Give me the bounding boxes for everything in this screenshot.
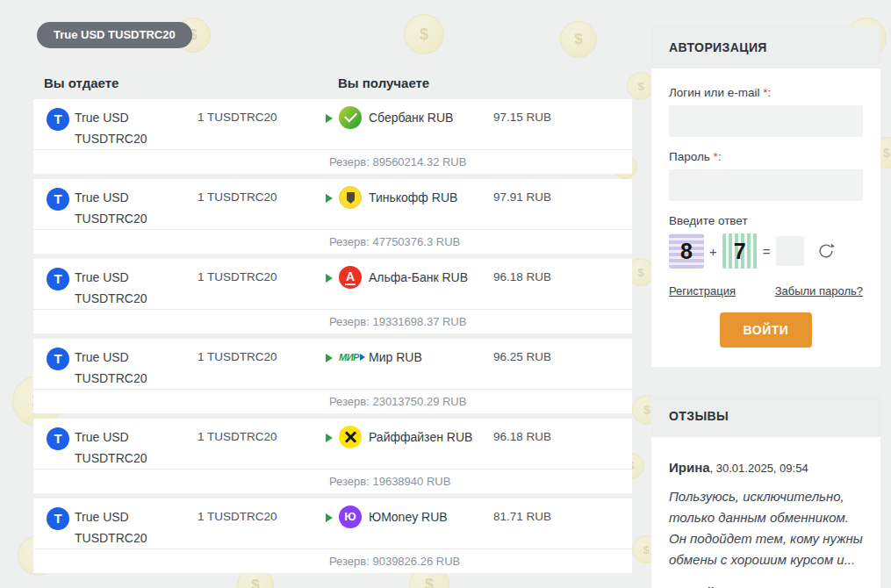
reviews-widget: ОТЗЫВЫ Ирина, 30.01.2025, 09:54 Пользуюс… — [651, 395, 880, 588]
exchange-rate: 97.91 RUB — [493, 190, 551, 204]
captcha-equals: = — [763, 244, 771, 259]
reserve-row: Резерв: 19638940 RUB — [33, 470, 632, 493]
reserve-row: Резерв: 23013750.29 RUB — [33, 390, 632, 413]
captcha-plus: + — [709, 244, 717, 259]
give-currency-label: True USD TUSDTRC20 — [75, 506, 173, 549]
receive-bank-link[interactable]: Райффайзен RUB — [369, 430, 472, 444]
trueusd-icon: T — [47, 507, 69, 530]
arrow-right-icon — [326, 274, 333, 283]
exchange-rate: 96.18 RUB — [493, 430, 551, 443]
give-currency-label: True USD TUSDTRC20 — [75, 427, 173, 469]
captcha-digit-image: 8 — [669, 233, 704, 269]
refresh-captcha-icon[interactable] — [816, 241, 836, 261]
exchange-row-group: T True USD TUSDTRC20 1 TUSDTRC20 Мир RUB… — [33, 339, 632, 413]
reviews-title: ОТЗЫВЫ — [651, 395, 880, 437]
login-button[interactable]: ВОЙТИ — [720, 312, 813, 348]
exchange-row-group: T True USD TUSDTRC20 1 TUSDTRC20 ЮMoney … — [33, 498, 632, 573]
exchange-table: T True USD TUSDTRC20 1 TUSDTRC20 Сбербан… — [33, 99, 632, 578]
exchange-row[interactable]: T True USD TUSDTRC20 1 TUSDTRC20 Тинькоф… — [33, 179, 632, 230]
register-link[interactable]: Регистрация — [669, 284, 736, 298]
give-amount: 1 TUSDTRC20 — [198, 430, 277, 443]
currency-badge[interactable]: True USD TUSDTRC20 — [37, 22, 192, 48]
give-currency-label: True USD TUSDTRC20 — [75, 187, 173, 229]
review-date: , 30.01.2025, 09:54 — [710, 462, 808, 475]
auth-widget: АВТОРИЗАЦИЯ Логин или e-mail *: Пароль *… — [651, 26, 880, 367]
receive-bank-link[interactable]: Альфа-Банк RUB — [369, 270, 468, 284]
column-header-give: Вы отдаете — [44, 75, 119, 90]
review-item: Ирина, 30.01.2025, 09:54 Пользуюсь, искл… — [669, 460, 863, 570]
tinkoff-icon — [339, 186, 362, 209]
receive-bank-link[interactable]: Тинькофф RUB — [369, 190, 457, 204]
captcha-row: 8 + 7 = — [669, 233, 863, 269]
exchange-row[interactable]: T True USD TUSDTRC20 1 TUSDTRC20 Мир RUB… — [33, 339, 632, 390]
give-amount: 1 TUSDTRC20 — [198, 190, 277, 204]
password-label: Пароль *: — [669, 150, 863, 163]
arrow-right-icon — [326, 513, 333, 522]
give-amount: 1 TUSDTRC20 — [198, 510, 277, 523]
review-header: Ирина, 30.01.2025, 09:54 — [669, 460, 863, 475]
coin-decoration: $ — [404, 14, 444, 54]
trueusd-icon: T — [47, 348, 69, 370]
arrow-right-icon — [326, 114, 333, 123]
exchange-rate: 97.15 RUB — [493, 111, 551, 124]
reviews-list: Ирина, 30.01.2025, 09:54 Пользуюсь, искл… — [651, 437, 880, 588]
alfabank-icon — [339, 266, 362, 289]
captcha-label: Введите ответ — [669, 214, 863, 227]
receive-bank-link[interactable]: Сбербанк RUB — [369, 111, 453, 125]
give-currency-label: True USD TUSDTRC20 — [75, 107, 173, 149]
trueusd-icon: T — [47, 188, 69, 211]
column-header-get: Вы получаете — [338, 75, 429, 90]
review-item: Сергей Ершов, 29.01.2025, 21:11 — [669, 584, 863, 588]
exchange-rate: 96.18 RUB — [493, 270, 551, 283]
arrow-right-icon — [326, 354, 333, 362]
exchange-row-group: T True USD TUSDTRC20 1 TUSDTRC20 Тинькоф… — [33, 179, 632, 254]
captcha-answer-input[interactable] — [776, 236, 804, 266]
exchange-rate: 81.71 RUB — [493, 510, 551, 523]
review-text: Пользуюсь, исключительно, только данным … — [669, 486, 863, 570]
reserve-row: Резерв: 89560214.32 RUB — [33, 150, 632, 174]
login-label: Логин или e-mail *: — [669, 86, 863, 99]
reserve-row: Резерв: 47750376.3 RUB — [33, 230, 632, 254]
auth-title: АВТОРИЗАЦИЯ — [651, 26, 880, 68]
exchange-row[interactable]: T True USD TUSDTRC20 1 TUSDTRC20 Райффай… — [33, 419, 632, 470]
sberbank-icon — [339, 106, 362, 129]
review-author: Ирина — [669, 460, 710, 475]
login-input[interactable] — [669, 105, 863, 137]
receive-bank-link[interactable]: ЮMoney RUB — [369, 510, 448, 524]
exchange-row[interactable]: T True USD TUSDTRC20 1 TUSDTRC20 ЮMoney … — [33, 498, 632, 549]
exchange-row[interactable]: T True USD TUSDTRC20 1 TUSDTRC20 Альфа-Б… — [33, 259, 632, 310]
mir-icon — [339, 346, 362, 369]
exchange-row-group: T True USD TUSDTRC20 1 TUSDTRC20 Райффай… — [33, 419, 632, 493]
exchange-row-group: T True USD TUSDTRC20 1 TUSDTRC20 Альфа-Б… — [33, 259, 632, 333]
coin-decoration: $ — [560, 21, 597, 58]
give-currency-label: True USD TUSDTRC20 — [75, 347, 173, 389]
trueusd-icon: T — [47, 427, 69, 450]
trueusd-icon: T — [47, 268, 69, 290]
arrow-right-icon — [326, 194, 333, 203]
captcha-digit-image: 7 — [722, 233, 758, 269]
give-amount: 1 TUSDTRC20 — [198, 111, 277, 124]
trueusd-icon: T — [47, 108, 69, 131]
reserve-row: Резерв: 19331698.37 RUB — [33, 310, 632, 333]
review-header: Сергей Ершов, 29.01.2025, 21:11 — [669, 584, 863, 588]
review-author: Сергей Ершов — [669, 584, 762, 588]
receive-bank-link[interactable]: Мир RUB — [369, 350, 422, 364]
exchange-row-group: T True USD TUSDTRC20 1 TUSDTRC20 Сбербан… — [33, 99, 632, 174]
arrow-right-icon — [326, 434, 333, 442]
yoomoney-icon — [339, 506, 362, 528]
password-input[interactable] — [669, 169, 863, 201]
reserve-row: Резерв: 9039826.26 RUB — [33, 549, 632, 573]
give-amount: 1 TUSDTRC20 — [198, 270, 277, 283]
raiffeisen-icon — [339, 426, 362, 448]
exchange-rate: 96.25 RUB — [493, 350, 551, 363]
give-currency-label: True USD TUSDTRC20 — [75, 267, 173, 309]
forgot-password-link[interactable]: Забыли пароль? — [775, 284, 863, 298]
give-amount: 1 TUSDTRC20 — [198, 350, 277, 363]
exchange-row[interactable]: T True USD TUSDTRC20 1 TUSDTRC20 Сбербан… — [33, 99, 632, 150]
